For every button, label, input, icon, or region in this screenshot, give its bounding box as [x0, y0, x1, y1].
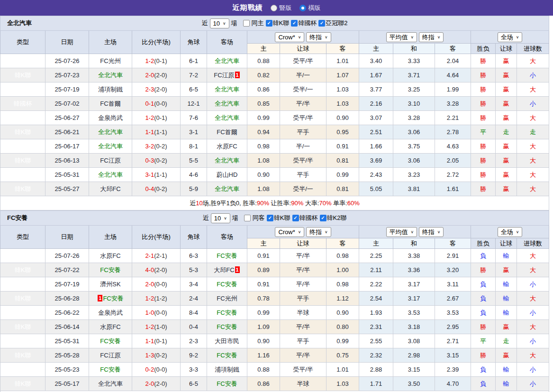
home-team-cell: FC江原: [89, 348, 132, 363]
euro-stage-select[interactable]: 终指 ∨: [419, 32, 444, 42]
away-team-cell: 全北汽車: [207, 82, 247, 97]
eu-away-odds-cell: 2.91: [435, 249, 471, 263]
match-row: 韓K聯25-06-13FC江原0-3(0-2)5-5全北汽車1.08受平/半0.…: [0, 154, 549, 168]
team-label: 全北汽車: [98, 72, 123, 79]
ah-away-odds-cell: 0.95: [326, 125, 359, 139]
checkbox-checked-icon[interactable]: ✓: [292, 215, 299, 221]
league-type-cell: 韓K聯: [0, 249, 45, 263]
team-label: 全北汽車: [215, 114, 239, 121]
layout-vertical-option[interactable]: 豎版: [271, 4, 292, 12]
result-handicap-cell: 赢: [496, 54, 517, 68]
ah-home-odds-cell: 0.88: [247, 54, 280, 68]
same-venue-checkbox[interactable]: [244, 215, 251, 221]
result-goals-cell: 大: [517, 348, 549, 363]
league-type-cell: 韓K聯: [0, 82, 45, 97]
recent-count-select[interactable]: 10 ∨: [211, 213, 230, 223]
team-label: 大邱FC: [100, 185, 120, 192]
handicap-group-header: Crow* ∨ 终指 ∨: [247, 226, 359, 238]
eu-home-odds-cell: 3.69: [359, 154, 393, 168]
team-label: FC安養: [217, 252, 237, 259]
result-outcome-cell: 勝: [471, 111, 496, 125]
eu-away-odds-cell: 2.72: [435, 168, 471, 182]
result-handicap-cell: 赢: [496, 168, 517, 182]
handicap-stage-select[interactable]: 终指 ∨: [306, 227, 331, 237]
home-team-cell: FC安養: [89, 363, 132, 377]
chevron-down-icon: ∨: [516, 228, 519, 235]
league-filter-2[interactable]: ✓ 韓K2聯: [320, 214, 347, 222]
match-row: 韓K聯25-07-19濟州SK2-0(0-0)3-4FC安養0.91平/半0.9…: [0, 277, 549, 292]
ah-away-odds-cell: 0.75: [326, 348, 359, 363]
handicap-stage-select[interactable]: 终指 ∨: [306, 32, 331, 42]
subcol-eu-away: 客: [435, 44, 471, 54]
euro-source-select[interactable]: 平均值 ∨: [386, 227, 417, 237]
chevron-down-icon: ∨: [437, 228, 441, 235]
corner-cell: 6-1: [181, 54, 207, 68]
match-row: 韓K聯25-07-26FC光州1-2(0-1)6-1全北汽車0.88受平/半1.…: [0, 54, 549, 68]
eu-draw-odds-cell: 3.10: [393, 97, 435, 111]
col-header-date: 日期: [45, 226, 89, 249]
ah-away-odds-cell: 0.80: [326, 320, 359, 334]
score-cell: 0-1(0-0): [132, 97, 181, 111]
team-label: FC光州: [100, 57, 120, 64]
scope-select[interactable]: 全场 ∨: [498, 227, 523, 237]
team-label: 濟州SK: [100, 281, 120, 288]
subcol-eu-draw: 和: [393, 238, 435, 249]
checkbox-checked-icon[interactable]: ✓: [267, 215, 273, 221]
fulltime-score: 1-2: [145, 323, 154, 330]
red-card-badge: 1: [235, 266, 240, 273]
league-filter-label: 亞冠聯2: [326, 19, 347, 27]
result-outcome-cell: 平: [471, 125, 496, 139]
league-filter-1[interactable]: ✓ 韓國杯: [292, 214, 318, 222]
euro-stage-select[interactable]: 终指 ∨: [419, 227, 444, 237]
match-date-cell: 25-05-27: [45, 182, 89, 196]
handicap-line-cell: 平手: [280, 292, 326, 306]
summary-stat-value: 90%: [257, 200, 269, 207]
handicap-line-cell: 平/半: [280, 277, 326, 292]
summary-row: 近10场,胜9平1负0, 胜率:90% 让胜率:90% 大率:70% 单率:60…: [0, 196, 549, 210]
ah-home-odds-cell: 0.91: [247, 277, 280, 292]
match-date-cell: 25-07-26: [45, 249, 89, 263]
checkbox-checked-icon[interactable]: ✓: [266, 20, 272, 27]
same-venue-checkbox[interactable]: [243, 20, 250, 27]
eu-draw-odds-cell: 3.08: [393, 334, 435, 348]
checkbox-checked-icon[interactable]: ✓: [318, 20, 325, 27]
layout-horizontal-option[interactable]: 橫版: [299, 4, 321, 12]
ah-home-odds-cell: 0.94: [247, 125, 280, 139]
col-header-away: 客场: [207, 31, 247, 54]
euro-source-select[interactable]: 平均值 ∨: [386, 32, 417, 42]
subcol-result-goals: 进球数: [517, 238, 549, 249]
radio-unselected-icon[interactable]: [271, 5, 277, 11]
ah-home-odds-cell: 0.89: [247, 263, 280, 277]
halftime-score: (0-2): [154, 185, 167, 192]
checkbox-checked-icon[interactable]: ✓: [291, 20, 298, 27]
league-type-cell: 韓K聯: [0, 363, 45, 377]
match-row: 韓K聯25-05-31全北汽車3-1(1-1)4-6蔚山HD0.90平手0.99…: [0, 168, 549, 182]
league-filter-0[interactable]: ✓ 韓K聯: [266, 19, 290, 27]
recent-count-select[interactable]: 10 ∨: [210, 18, 229, 28]
league-filter-2[interactable]: ✓ 亞冠聯2: [318, 19, 347, 27]
handicap-line-cell: 平手: [280, 125, 326, 139]
team-label: FC安養: [217, 380, 237, 387]
eu-home-odds-cell: 1.67: [359, 68, 393, 82]
bookmaker-select[interactable]: Crow* ∨: [275, 227, 304, 237]
scope-select[interactable]: 全场 ∨: [498, 32, 523, 42]
eu-draw-odds-cell: 3.53: [393, 306, 435, 320]
euro-source-value: 平均值: [390, 228, 408, 236]
ah-home-odds-cell: 1.08: [247, 154, 280, 168]
handicap-line-cell: 平/半: [280, 249, 326, 263]
eu-draw-odds-cell: 3.06: [393, 154, 435, 168]
league-filter-0[interactable]: ✓ 韓K聯: [267, 214, 290, 222]
ah-home-odds-cell: 0.99: [247, 111, 280, 125]
corner-cell: 2-3: [181, 334, 207, 348]
away-team-cell: FC安養: [207, 306, 247, 320]
col-header-type: 类型: [0, 31, 45, 54]
league-filter-1[interactable]: ✓ 韓國杯: [291, 19, 317, 27]
corner-cell: 12-1: [181, 97, 207, 111]
result-goals-cell: 走: [517, 125, 549, 139]
score-cell: 3-2(0-2): [132, 139, 181, 154]
col-header-corner: 角球: [181, 226, 207, 249]
bookmaker-select[interactable]: Crow* ∨: [275, 32, 304, 42]
home-team-cell: 大邱FC: [89, 182, 132, 196]
checkbox-checked-icon[interactable]: ✓: [320, 215, 326, 221]
radio-selected-icon[interactable]: [299, 5, 306, 11]
